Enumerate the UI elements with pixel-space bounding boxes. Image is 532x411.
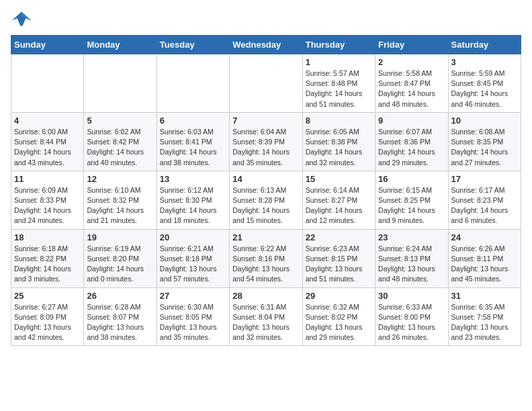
calendar-cell: 3Sunrise: 5:59 AM Sunset: 8:45 PM Daylig… (448, 54, 521, 113)
day-number: 24 (451, 232, 518, 242)
calendar-cell: 2Sunrise: 5:58 AM Sunset: 8:47 PM Daylig… (375, 54, 448, 113)
day-number: 31 (451, 291, 518, 301)
calendar-cell: 18Sunrise: 6:18 AM Sunset: 8:22 PM Dayli… (11, 229, 84, 287)
calendar-cell: 30Sunrise: 6:33 AM Sunset: 8:00 PM Dayli… (375, 287, 448, 346)
day-number: 3 (451, 57, 518, 67)
day-number: 16 (378, 174, 445, 184)
day-info: Sunrise: 6:10 AM Sunset: 8:32 PM Dayligh… (87, 185, 153, 226)
calendar-cell (230, 54, 302, 113)
day-number: 8 (306, 116, 372, 126)
day-number: 30 (378, 291, 445, 301)
day-number: 27 (160, 291, 226, 301)
day-info: Sunrise: 6:04 AM Sunset: 8:39 PM Dayligh… (232, 127, 299, 168)
calendar-week-5: 25Sunrise: 6:27 AM Sunset: 8:09 PM Dayli… (11, 287, 521, 346)
day-number: 20 (160, 232, 226, 242)
day-info: Sunrise: 6:08 AM Sunset: 8:35 PM Dayligh… (451, 127, 518, 168)
calendar-cell (84, 54, 157, 113)
calendar-cell: 12Sunrise: 6:10 AM Sunset: 8:32 PM Dayli… (84, 171, 157, 229)
day-number: 13 (160, 174, 226, 184)
day-info: Sunrise: 6:26 AM Sunset: 8:11 PM Dayligh… (451, 244, 518, 285)
calendar-cell: 10Sunrise: 6:08 AM Sunset: 8:35 PM Dayli… (448, 112, 521, 171)
day-info: Sunrise: 6:24 AM Sunset: 8:13 PM Dayligh… (378, 244, 445, 285)
calendar-cell: 23Sunrise: 6:24 AM Sunset: 8:13 PM Dayli… (375, 229, 448, 287)
calendar-cell: 29Sunrise: 6:32 AM Sunset: 8:02 PM Dayli… (302, 287, 375, 346)
calendar-cell: 6Sunrise: 6:03 AM Sunset: 8:41 PM Daylig… (157, 112, 229, 171)
weekday-header-sunday: Sunday (11, 36, 84, 54)
calendar-week-3: 11Sunrise: 6:09 AM Sunset: 8:33 PM Dayli… (11, 171, 521, 229)
calendar-cell: 27Sunrise: 6:30 AM Sunset: 8:05 PM Dayli… (157, 287, 229, 346)
day-number: 17 (451, 174, 518, 184)
day-info: Sunrise: 5:57 AM Sunset: 8:48 PM Dayligh… (306, 68, 372, 109)
day-info: Sunrise: 6:23 AM Sunset: 8:15 PM Dayligh… (306, 244, 372, 285)
day-info: Sunrise: 6:00 AM Sunset: 8:44 PM Dayligh… (14, 127, 81, 168)
day-info: Sunrise: 6:27 AM Sunset: 8:09 PM Dayligh… (14, 302, 81, 343)
day-number: 6 (160, 116, 226, 126)
day-number: 19 (87, 232, 153, 242)
day-info: Sunrise: 6:13 AM Sunset: 8:28 PM Dayligh… (232, 185, 299, 226)
day-number: 11 (14, 174, 81, 184)
calendar-cell: 1Sunrise: 5:57 AM Sunset: 8:48 PM Daylig… (302, 54, 375, 113)
day-number: 14 (232, 174, 299, 184)
day-info: Sunrise: 6:30 AM Sunset: 8:05 PM Dayligh… (160, 302, 226, 343)
weekday-header-saturday: Saturday (448, 36, 521, 54)
day-info: Sunrise: 6:19 AM Sunset: 8:20 PM Dayligh… (87, 244, 153, 285)
weekday-header-friday: Friday (375, 36, 448, 54)
day-number: 5 (87, 116, 153, 126)
weekday-header-thursday: Thursday (302, 36, 375, 54)
day-info: Sunrise: 6:07 AM Sunset: 8:36 PM Dayligh… (378, 127, 445, 168)
day-info: Sunrise: 6:35 AM Sunset: 7:58 PM Dayligh… (451, 302, 518, 343)
calendar-cell: 19Sunrise: 6:19 AM Sunset: 8:20 PM Dayli… (84, 229, 157, 287)
calendar-cell: 11Sunrise: 6:09 AM Sunset: 8:33 PM Dayli… (11, 171, 84, 229)
calendar-cell: 14Sunrise: 6:13 AM Sunset: 8:28 PM Dayli… (230, 171, 302, 229)
day-number: 18 (14, 232, 81, 242)
calendar-cell: 13Sunrise: 6:12 AM Sunset: 8:30 PM Dayli… (157, 171, 229, 229)
calendar-cell: 15Sunrise: 6:14 AM Sunset: 8:27 PM Dayli… (302, 171, 375, 229)
calendar-cell: 31Sunrise: 6:35 AM Sunset: 7:58 PM Dayli… (448, 287, 521, 346)
day-info: Sunrise: 6:21 AM Sunset: 8:18 PM Dayligh… (160, 244, 226, 285)
calendar-cell: 26Sunrise: 6:28 AM Sunset: 8:07 PM Dayli… (84, 287, 157, 346)
day-info: Sunrise: 6:28 AM Sunset: 8:07 PM Dayligh… (87, 302, 153, 343)
calendar-cell: 9Sunrise: 6:07 AM Sunset: 8:36 PM Daylig… (375, 112, 448, 171)
day-number: 26 (87, 291, 153, 301)
day-info: Sunrise: 6:09 AM Sunset: 8:33 PM Dayligh… (14, 185, 81, 226)
day-info: Sunrise: 6:05 AM Sunset: 8:38 PM Dayligh… (306, 127, 372, 168)
calendar-week-1: 1Sunrise: 5:57 AM Sunset: 8:48 PM Daylig… (11, 54, 521, 113)
calendar-cell (11, 54, 84, 113)
day-number: 2 (378, 57, 445, 67)
day-info: Sunrise: 6:32 AM Sunset: 8:02 PM Dayligh… (306, 302, 372, 343)
day-number: 10 (451, 116, 518, 126)
day-number: 12 (87, 174, 153, 184)
day-info: Sunrise: 6:31 AM Sunset: 8:04 PM Dayligh… (232, 302, 299, 343)
day-number: 25 (14, 291, 81, 301)
day-number: 22 (306, 232, 372, 242)
day-number: 15 (306, 174, 372, 184)
logo-icon (11, 11, 32, 30)
day-info: Sunrise: 6:33 AM Sunset: 8:00 PM Dayligh… (378, 302, 445, 343)
day-info: Sunrise: 6:22 AM Sunset: 8:16 PM Dayligh… (232, 244, 299, 285)
day-number: 4 (14, 116, 81, 126)
logo (11, 11, 35, 30)
calendar-table: SundayMondayTuesdayWednesdayThursdayFrid… (11, 35, 521, 346)
day-info: Sunrise: 5:59 AM Sunset: 8:45 PM Dayligh… (451, 68, 518, 109)
calendar-cell: 17Sunrise: 6:17 AM Sunset: 8:23 PM Dayli… (448, 171, 521, 229)
calendar-cell: 5Sunrise: 6:02 AM Sunset: 8:42 PM Daylig… (84, 112, 157, 171)
day-number: 21 (232, 232, 299, 242)
day-number: 28 (232, 291, 299, 301)
calendar-cell (157, 54, 229, 113)
day-info: Sunrise: 6:15 AM Sunset: 8:25 PM Dayligh… (378, 185, 445, 226)
day-info: Sunrise: 6:18 AM Sunset: 8:22 PM Dayligh… (14, 244, 81, 285)
calendar-cell: 20Sunrise: 6:21 AM Sunset: 8:18 PM Dayli… (157, 229, 229, 287)
weekday-header-monday: Monday (84, 36, 157, 54)
calendar-cell: 25Sunrise: 6:27 AM Sunset: 8:09 PM Dayli… (11, 287, 84, 346)
day-info: Sunrise: 5:58 AM Sunset: 8:47 PM Dayligh… (378, 68, 445, 109)
calendar-cell: 7Sunrise: 6:04 AM Sunset: 8:39 PM Daylig… (230, 112, 302, 171)
day-info: Sunrise: 6:17 AM Sunset: 8:23 PM Dayligh… (451, 185, 518, 226)
day-info: Sunrise: 6:12 AM Sunset: 8:30 PM Dayligh… (160, 185, 226, 226)
calendar-week-4: 18Sunrise: 6:18 AM Sunset: 8:22 PM Dayli… (11, 229, 521, 287)
page-header (11, 11, 521, 30)
calendar-week-2: 4Sunrise: 6:00 AM Sunset: 8:44 PM Daylig… (11, 112, 521, 171)
day-info: Sunrise: 6:14 AM Sunset: 8:27 PM Dayligh… (306, 185, 372, 226)
day-info: Sunrise: 6:03 AM Sunset: 8:41 PM Dayligh… (160, 127, 226, 168)
day-number: 1 (306, 57, 372, 67)
calendar-cell: 8Sunrise: 6:05 AM Sunset: 8:38 PM Daylig… (302, 112, 375, 171)
